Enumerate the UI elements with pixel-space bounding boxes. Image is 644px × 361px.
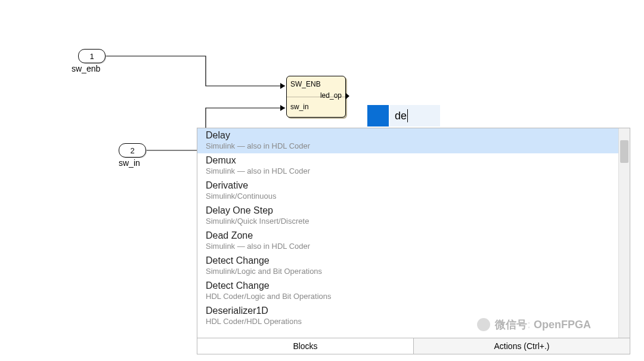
result-sub: Simulink — also in HDL Coder bbox=[206, 242, 621, 251]
result-name: Deserializer1D bbox=[206, 306, 621, 316]
tab-blocks-label: Blocks bbox=[293, 341, 317, 351]
block-in2-label: sw_in bbox=[290, 103, 309, 111]
inport-1[interactable]: 1 bbox=[78, 49, 106, 63]
result-name: Delay bbox=[206, 130, 621, 141]
block-in1-label: SW_ENB bbox=[290, 80, 321, 88]
inport-1-number: 1 bbox=[89, 52, 94, 61]
simulink-canvas[interactable]: 1 sw_enb 2 sw_in SW_ENB sw_in led_op de … bbox=[0, 0, 644, 361]
result-sub: Simulink — also in HDL Coder bbox=[206, 166, 621, 175]
result-name: Derivative bbox=[206, 180, 621, 191]
tab-blocks[interactable]: Blocks bbox=[197, 338, 414, 354]
tab-actions-label: Actions (Ctrl+.) bbox=[494, 341, 550, 351]
result-sub: Simulink — also in HDL Coder bbox=[206, 141, 621, 150]
tab-actions[interactable]: Actions (Ctrl+.) bbox=[414, 338, 630, 354]
svg-marker-0 bbox=[280, 83, 285, 89]
scroll-up-arrow-icon[interactable] bbox=[619, 128, 630, 139]
inport-1-label: sw_enb bbox=[72, 64, 100, 73]
block-out1-label: led_op bbox=[320, 91, 342, 100]
result-item-detect-change-2[interactable]: Detect Change HDL Coder/Logic and Bit Op… bbox=[197, 279, 630, 304]
scroll-down-arrow-icon[interactable] bbox=[619, 327, 630, 338]
quick-insert-search-button[interactable] bbox=[367, 105, 389, 126]
result-sub: HDL Coder/Logic and Bit Operations bbox=[206, 292, 621, 301]
inport-2[interactable]: 2 bbox=[119, 143, 146, 158]
watermark-value: OpenFPGA bbox=[534, 319, 591, 331]
result-item-delay[interactable]: Delay Simulink — also in HDL Coder bbox=[197, 128, 630, 153]
result-name: Delay One Step bbox=[206, 205, 621, 216]
svg-marker-1 bbox=[280, 105, 285, 111]
result-item-dead-zone[interactable]: Dead Zone Simulink — also in HDL Coder bbox=[197, 229, 630, 254]
block-outport-chevron-icon bbox=[346, 93, 349, 99]
result-sub: Simulink/Continuous bbox=[206, 192, 621, 200]
scrollbar-thumb[interactable] bbox=[620, 140, 628, 163]
search-query-text: de bbox=[395, 110, 407, 122]
result-name: Demux bbox=[206, 155, 621, 166]
result-name: Detect Change bbox=[206, 280, 621, 291]
result-item-detect-change-1[interactable]: Detect Change Simulink/Logic and Bit Ope… bbox=[197, 254, 630, 279]
result-sub: Simulink/Quick Insert/Discrete bbox=[206, 217, 621, 226]
wechat-icon bbox=[477, 318, 490, 331]
watermark: 微信号: OpenFPGA bbox=[477, 317, 591, 332]
text-caret bbox=[407, 109, 408, 122]
result-sub: Simulink/Logic and Bit Operations bbox=[206, 267, 621, 276]
result-item-demux[interactable]: Demux Simulink — also in HDL Coder bbox=[197, 153, 630, 178]
inport-2-number: 2 bbox=[130, 146, 134, 155]
result-name: Detect Change bbox=[206, 255, 621, 266]
inport-2-label: sw_in bbox=[119, 158, 140, 168]
result-item-derivative[interactable]: Derivative Simulink/Continuous bbox=[197, 178, 630, 203]
results-scrollbar[interactable] bbox=[618, 128, 630, 338]
quick-insert-search-input[interactable]: de bbox=[390, 105, 440, 126]
result-item-delay-one-step[interactable]: Delay One Step Simulink/Quick Insert/Dis… bbox=[197, 203, 630, 229]
dropdown-tabs: Blocks Actions (Ctrl+.) bbox=[197, 338, 630, 354]
watermark-label: 微信号 bbox=[495, 317, 527, 332]
results-list: Delay Simulink — also in HDL Coder Demux… bbox=[197, 128, 630, 338]
subsystem-block[interactable]: SW_ENB sw_in led_op bbox=[286, 76, 346, 118]
result-name: Dead Zone bbox=[206, 230, 621, 241]
